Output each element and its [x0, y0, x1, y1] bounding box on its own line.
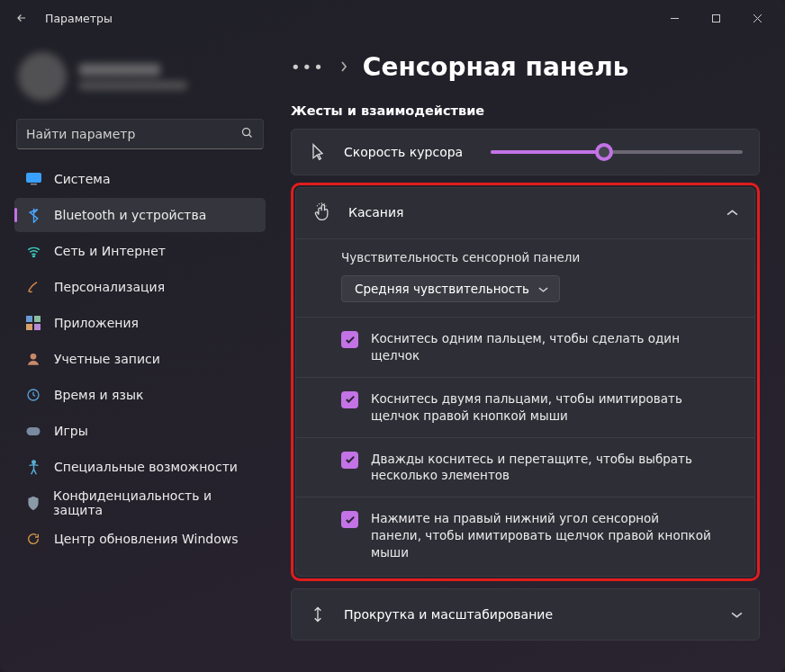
- sidebar-item-gaming[interactable]: Игры: [14, 414, 266, 448]
- tap-option-row: Дважды коснитесь и перетащите, чтобы выб…: [296, 437, 754, 497]
- sidebar-item-label: Игры: [54, 424, 88, 438]
- sidebar-item-label: Время и язык: [54, 388, 143, 402]
- sidebar-item-system[interactable]: Система: [14, 162, 266, 196]
- sidebar-item-label: Специальные возможности: [54, 460, 238, 474]
- sidebar-item-label: Сеть и Интернет: [54, 244, 166, 258]
- svg-rect-4: [31, 184, 37, 185]
- search-icon: [240, 126, 254, 142]
- sidebar-item-personalization[interactable]: Персонализация: [14, 270, 266, 304]
- sidebar-item-label: Персонализация: [54, 280, 165, 294]
- wifi-icon: [25, 243, 41, 259]
- sensitivity-select[interactable]: Средняя чувствительность: [341, 275, 560, 302]
- cursor-icon: [308, 143, 328, 161]
- sidebar-item-time[interactable]: Время и язык: [14, 378, 266, 412]
- accessibility-icon: [25, 459, 41, 475]
- taps-expander-body: Чувствительность сенсорной панели Средня…: [296, 237, 754, 576]
- cursor-speed-label: Скорость курсора: [344, 145, 474, 159]
- tap-option-label: Коснитесь одним пальцем, чтобы сделать о…: [371, 330, 713, 364]
- tap-option-label: Дважды коснитесь и перетащите, чтобы выб…: [371, 451, 713, 485]
- sensitivity-label: Чувствительность сенсорной панели: [341, 250, 736, 264]
- svg-point-10: [31, 354, 37, 360]
- taps-highlight: Касания Чувствительность сенсорной панел…: [291, 183, 760, 581]
- user-icon: [25, 351, 41, 367]
- chevron-right-icon: [339, 60, 348, 75]
- back-button[interactable]: [7, 4, 36, 32]
- scroll-card: Прокрутка и масштабирование: [291, 588, 760, 641]
- svg-rect-8: [26, 324, 32, 330]
- search-placeholder: Найти параметр: [26, 127, 240, 141]
- sidebar-item-label: Учетные записи: [54, 352, 160, 366]
- svg-point-2: [243, 129, 250, 136]
- tap-option-label: Коснитесь двумя пальцами, чтобы имитиров…: [371, 390, 713, 425]
- sidebar: Найти параметр Система Bluetooth и устро…: [0, 36, 275, 672]
- chevron-up-icon: [726, 205, 738, 220]
- chevron-down-icon: [538, 282, 548, 296]
- breadcrumb: ••• Сенсорная панель: [291, 52, 760, 82]
- tap-option-label: Нажмите на правый нижний угол сенсорной …: [371, 510, 713, 561]
- sidebar-item-label: Bluetooth и устройства: [54, 208, 206, 222]
- svg-rect-12: [27, 427, 41, 435]
- tap-option-checkbox[interactable]: [341, 331, 358, 348]
- window-title: Параметры: [45, 12, 113, 25]
- sidebar-item-accessibility[interactable]: Специальные возможности: [14, 450, 266, 484]
- cursor-speed-card: Скорость курсора: [291, 129, 760, 175]
- monitor-icon: [25, 171, 41, 187]
- svg-rect-7: [34, 316, 41, 322]
- svg-point-13: [32, 461, 35, 464]
- nav: Система Bluetooth и устройства Сеть и Ин…: [9, 162, 271, 556]
- sidebar-item-label: Система: [54, 172, 110, 186]
- close-button[interactable]: [736, 4, 778, 32]
- sidebar-item-label: Приложения: [54, 316, 139, 330]
- tap-option-row: Нажмите на правый нижний угол сенсорной …: [296, 497, 754, 574]
- sensitivity-block: Чувствительность сенсорной панели Средня…: [296, 238, 754, 317]
- minimize-button[interactable]: [654, 4, 695, 32]
- bluetooth-icon: [25, 207, 41, 223]
- tap-option-checkbox[interactable]: [341, 511, 358, 528]
- tap-option-row: Коснитесь двумя пальцами, чтобы имитиров…: [296, 377, 754, 437]
- search-input[interactable]: Найти параметр: [16, 119, 264, 149]
- sidebar-item-network[interactable]: Сеть и Интернет: [14, 234, 266, 268]
- scroll-icon: [308, 605, 328, 623]
- brush-icon: [25, 279, 41, 295]
- breadcrumb-more[interactable]: •••: [291, 58, 325, 76]
- main: ••• Сенсорная панель Жесты и взаимодейст…: [275, 36, 785, 672]
- tap-option-row: Коснитесь одним пальцем, чтобы сделать о…: [296, 317, 754, 377]
- update-icon: [25, 531, 41, 547]
- shield-icon: [25, 495, 41, 511]
- svg-rect-1: [712, 14, 719, 22]
- user-email: [79, 81, 187, 90]
- sidebar-item-privacy[interactable]: Конфиденциальность и защита: [14, 486, 266, 520]
- sidebar-item-bluetooth[interactable]: Bluetooth и устройства: [14, 198, 266, 232]
- svg-rect-6: [26, 316, 32, 322]
- section-label: Жесты и взаимодействие: [291, 103, 760, 118]
- apps-icon: [25, 315, 41, 331]
- tap-option-checkbox[interactable]: [341, 391, 358, 408]
- sidebar-item-label: Центр обновления Windows: [54, 532, 238, 546]
- sensitivity-value: Средняя чувствительность: [355, 282, 529, 296]
- sidebar-item-label: Конфиденциальность и защита: [53, 488, 255, 517]
- scroll-expander-header[interactable]: Прокрутка и масштабирование: [292, 589, 759, 640]
- user-block[interactable]: [9, 45, 271, 113]
- svg-rect-3: [26, 174, 41, 183]
- avatar: [18, 52, 67, 101]
- taps-expander-header[interactable]: Касания: [296, 188, 754, 237]
- maximize-button[interactable]: [695, 4, 736, 32]
- sidebar-item-accounts[interactable]: Учетные записи: [14, 342, 266, 376]
- user-name: [79, 64, 160, 76]
- tap-option-checkbox[interactable]: [341, 452, 358, 469]
- cursor-speed-slider[interactable]: [491, 150, 743, 154]
- taps-header-label: Касания: [348, 205, 710, 220]
- chevron-down-icon: [731, 607, 743, 622]
- svg-point-5: [32, 255, 34, 257]
- gamepad-icon: [25, 423, 41, 439]
- sidebar-item-apps[interactable]: Приложения: [14, 306, 266, 340]
- page-title: Сенсорная панель: [363, 52, 629, 82]
- scroll-label: Прокрутка и масштабирование: [344, 607, 715, 622]
- tap-icon: [312, 202, 332, 222]
- clock-icon: [25, 387, 41, 403]
- titlebar: Параметры: [0, 0, 785, 36]
- svg-rect-9: [34, 324, 41, 330]
- sidebar-item-update[interactable]: Центр обновления Windows: [14, 522, 266, 556]
